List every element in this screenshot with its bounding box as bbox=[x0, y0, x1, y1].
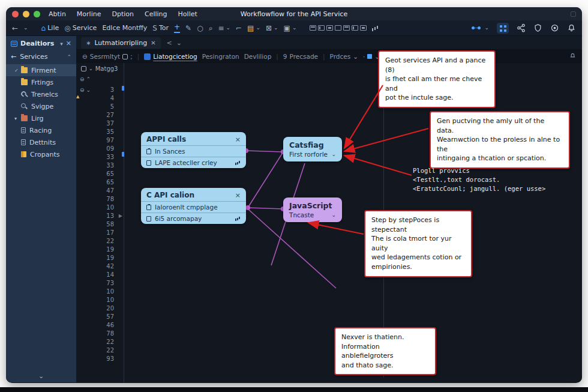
sidebar-tree-item[interactable]: Cropants bbox=[6, 148, 76, 160]
connections-button[interactable]: ⌄ bbox=[472, 25, 489, 31]
bell-icon[interactable] bbox=[567, 23, 576, 32]
snapshot-tool-button[interactable]: ▣ ⌄ bbox=[284, 25, 297, 32]
circle-tool-icon[interactable]: ○ bbox=[197, 25, 203, 32]
chevron-down-icon[interactable]: ⌄ bbox=[176, 39, 182, 47]
menu-item[interactable]: Hollet bbox=[178, 10, 197, 18]
menu-item[interactable]: Celling bbox=[145, 10, 167, 18]
node-row[interactable]: LAPE actecller crley bbox=[141, 157, 246, 168]
menu-item[interactable]: Abtin bbox=[49, 10, 66, 18]
image-tool-button[interactable]: ▤ ⌄ bbox=[247, 25, 260, 32]
layout-grid-icon[interactable] bbox=[360, 25, 367, 31]
sidebar-collapse-chevron[interactable]: ⌄ bbox=[6, 372, 76, 380]
breadcrumb-item-devliliop[interactable]: Devliliop bbox=[244, 53, 272, 60]
line-number: 19 bbox=[106, 254, 114, 262]
chevron-down-icon: ⌄ bbox=[226, 25, 230, 31]
sidebar-tree-item[interactable]: ▾ Lirg bbox=[6, 112, 76, 124]
tab-lutmatiorripling[interactable]: ∗ Lutmatiorripling ✕ bbox=[81, 37, 161, 49]
menu-item[interactable]: Dption bbox=[112, 10, 134, 18]
tree-item-label: Frtings bbox=[31, 79, 53, 86]
pencil-icon[interactable]: ✎ bbox=[185, 25, 191, 32]
screen: AbtinMorlineDptionCellingHollet Workflow… bbox=[0, 0, 588, 392]
close-tab-icon[interactable]: ✕ bbox=[151, 40, 155, 46]
line-number: 19 bbox=[106, 246, 114, 254]
minimize-window-button[interactable] bbox=[23, 11, 29, 17]
home-button[interactable]: ⌂ Lile bbox=[41, 24, 59, 32]
indent-icon[interactable]: ⌐ bbox=[236, 25, 242, 32]
sidebar-tree-item[interactable]: Svigpe bbox=[6, 100, 76, 112]
chart-bars-icon[interactable] bbox=[372, 25, 379, 31]
breadcrumb-item-active[interactable]: Liatogcicetiog bbox=[144, 53, 197, 60]
tor-button[interactable]: S Tor bbox=[152, 24, 169, 32]
node-javascript[interactable]: JavaScript Tncaste ⌄ bbox=[283, 198, 342, 222]
chevron-down-icon[interactable]: ▾ bbox=[60, 41, 63, 47]
node-row[interactable]: Ialoroenlt cmpplage bbox=[141, 201, 246, 213]
chevron-up-icon[interactable]: ⌃ bbox=[67, 54, 71, 60]
record-icon[interactable] bbox=[550, 23, 559, 32]
bottom-bar bbox=[0, 387, 588, 392]
breadcrumb-item-prdces[interactable]: Prdces ⌄ bbox=[330, 53, 358, 60]
shield-icon[interactable] bbox=[533, 23, 542, 32]
node-catsfiag[interactable]: Catsfiag First rorforle ⌄ bbox=[283, 137, 342, 161]
fold-toggle-icon[interactable]: ⊖ ⌄ bbox=[80, 87, 91, 93]
sidebar-tree-item[interactable]: Racing bbox=[6, 124, 76, 136]
close-node-icon[interactable]: × bbox=[235, 191, 241, 199]
node-row[interactable]: 6i5 arcomapay bbox=[141, 213, 246, 224]
breadcrumb-item-sesrmltyt[interactable]: ⊖ Sesrmltyt ; bbox=[82, 53, 133, 60]
node-appi-calls[interactable]: APPI calls × In Sances LAPE actecller cr… bbox=[141, 132, 246, 168]
layout-top-icon[interactable] bbox=[310, 25, 316, 31]
tree-item-icon bbox=[21, 91, 28, 97]
service-icon: ◎ bbox=[64, 25, 70, 32]
list-menu-button[interactable]: ≡ ⌄ bbox=[218, 25, 230, 32]
swatch-blue-icon bbox=[367, 54, 372, 59]
sidebar-tree-item[interactable]: Dettnits bbox=[6, 136, 76, 148]
layout-panel-icon[interactable] bbox=[352, 25, 358, 31]
sidebar-tree-item[interactable]: Frtings bbox=[6, 76, 76, 88]
select-tool-button[interactable]: ⊠ ⌄ bbox=[266, 25, 278, 32]
close-panel-icon[interactable]: ✕ bbox=[66, 40, 71, 47]
gutter-expand-icon[interactable]: ▶ bbox=[119, 213, 122, 219]
maximize-window-button[interactable] bbox=[34, 11, 40, 17]
menu-item[interactable]: Morline bbox=[77, 10, 101, 18]
grid-view-button[interactable] bbox=[497, 23, 509, 34]
warning-triangle-icon: ▲ bbox=[76, 94, 79, 99]
chevron-down-icon[interactable]: ⌄ bbox=[331, 212, 336, 218]
connected-dots-icon bbox=[472, 25, 482, 31]
back-icon[interactable]: ← bbox=[12, 25, 18, 32]
annotation-box-1[interactable]: Geot services API and a pance (8) is fhe… bbox=[378, 50, 496, 108]
tree-item-icon bbox=[21, 127, 26, 133]
doc-blue-icon bbox=[144, 53, 151, 60]
layout-window-icon[interactable] bbox=[343, 25, 350, 31]
share-icon[interactable] bbox=[517, 23, 526, 32]
nav-back-icon[interactable]: < bbox=[167, 39, 172, 47]
breadcrumb-item-precsade[interactable]: 9 Precsade bbox=[283, 53, 318, 60]
layout-empty-icon[interactable] bbox=[335, 25, 341, 31]
annotation-box-3[interactable]: Step by stepPoces is stepectant The is c… bbox=[364, 210, 472, 277]
node-c-api-calion[interactable]: C API calion × Ialoroenlt cmpplage 6i5 a… bbox=[141, 188, 246, 224]
titlebar-extra-icon[interactable] bbox=[571, 11, 576, 17]
gutter-header: ⌄ Matgg3 bbox=[81, 65, 118, 72]
add-tool-icon[interactable]: + bbox=[174, 23, 180, 33]
edit-menu-label[interactable]: Edlce Montffy bbox=[102, 24, 147, 32]
layout-fill-icon[interactable] bbox=[326, 25, 333, 31]
sidebar-back-row[interactable]: ← Services ⌃ bbox=[6, 50, 76, 64]
calendar-icon bbox=[122, 54, 128, 59]
bell-small-icon[interactable] bbox=[569, 52, 576, 59]
search-tool-icon[interactable]: ⌕ bbox=[209, 25, 213, 32]
gutter-header-icon bbox=[81, 66, 86, 71]
chevron-down-icon[interactable]: ⌄ bbox=[331, 151, 336, 157]
close-window-button[interactable] bbox=[12, 11, 19, 17]
line-number: 46 bbox=[106, 321, 114, 330]
node-row[interactable]: In Sances bbox=[141, 145, 246, 157]
layout-left-icon[interactable] bbox=[318, 25, 325, 31]
chevron-down-icon[interactable]: ⌄ bbox=[23, 25, 28, 31]
sidebar-tree-item[interactable]: ✓ Firment bbox=[6, 64, 76, 76]
close-node-icon[interactable]: × bbox=[235, 136, 241, 143]
breadcrumb-active-label: Liatogcicetiog bbox=[153, 53, 197, 60]
service-button[interactable]: ◎ Service bbox=[64, 24, 97, 32]
breadcrumb-item-pesingraton[interactable]: Pesingraton bbox=[202, 53, 239, 60]
sidebar-tree-item[interactable]: Trenelcs bbox=[6, 88, 76, 100]
fold-toggle-icon[interactable]: ⊖ ⌃ bbox=[80, 76, 91, 82]
tree-item-label: Firment bbox=[31, 67, 56, 74]
annotation-box-2[interactable]: Gen puctving the amly ult of the data. W… bbox=[430, 111, 570, 169]
annotation-box-4[interactable]: Nexver is thatienn. Information anblefie… bbox=[334, 327, 436, 375]
